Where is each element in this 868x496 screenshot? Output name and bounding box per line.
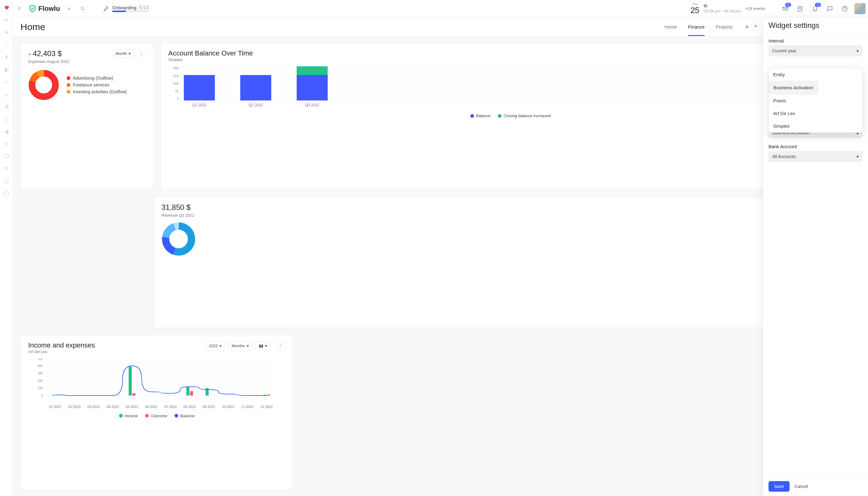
svg-point-2 [844,10,845,10]
rail-people-icon[interactable]: ⚍ [3,91,10,97]
svg-rect-24 [190,391,193,395]
expenses-legend: Advertising (Outflow)Freelance servicesI… [67,76,127,94]
date-box[interactable]: Thu 25 [691,2,699,15]
left-rail: ✔ ▾ ◌ ⬆ ◐ ▭ ⚍ ◔ ▢ ◑ ≡ ❐ ⚲ ◷ ◯ [0,0,13,496]
tab-home[interactable]: Home [665,18,677,36]
bell-icon[interactable]: 21 [810,3,820,14]
rail-chat-icon[interactable]: ◌ [3,42,10,48]
save-button[interactable]: Save [769,481,790,492]
income-expenses-chart: 50K40K30K20K10K0 [28,358,276,405]
menu-icon[interactable]: ≡ [14,5,24,12]
tab-add-button[interactable]: + [744,23,750,31]
income-subtitle: Art De Lex [28,350,205,354]
comment-icon[interactable] [825,3,835,14]
svg-text:50K: 50K [37,358,43,360]
widget-settings-panel: ✕ Widget settings Interval Current year▾… [763,17,868,496]
topbar: ≡ Flowlu Onboarding 5/13 Thu 25 t [13,0,868,17]
help-icon[interactable] [839,3,850,14]
onboarding-progress-bar [112,11,149,12]
note-icon[interactable] [795,3,805,14]
balance-subtitle: Simplex [168,57,837,62]
cancel-button[interactable]: Cancel [794,484,808,489]
rail-copy-icon[interactable]: ❐ [3,153,10,159]
balance-title: Account Balance Over Time [168,49,837,57]
event-time: 03:34 pm - 04:34 pm [704,9,741,14]
svg-rect-21 [129,367,132,396]
drag-handle-icon[interactable]: ⠿ [276,341,285,351]
legend-item: Freelance services [67,82,127,88]
rail-box-icon[interactable]: ▢ [3,116,10,122]
rail-ring-icon[interactable]: ◯ [3,190,10,197]
entity-option[interactable]: Simplex [769,120,862,133]
bank-label: Bank Account [769,144,863,149]
brand-logo[interactable]: Flowlu [29,5,60,13]
logo-shield-icon [29,5,36,13]
svg-rect-22 [133,393,136,395]
rail-doc-icon[interactable]: ▭ [3,79,10,85]
entity-option[interactable]: Pravis [769,94,862,107]
rail-pin-icon[interactable]: ⚲ [3,166,10,172]
svg-text:30K: 30K [37,372,43,375]
chevron-down-icon: ▾ [247,343,249,348]
tab-projects[interactable]: Projects [716,18,732,36]
rail-tag-icon[interactable]: ◑ [3,128,10,135]
rail-heart-icon[interactable] [3,4,10,11]
add-icon[interactable] [64,4,74,13]
more-events-link[interactable]: +16 events [745,6,765,11]
search-icon[interactable] [78,4,88,13]
income-title: Income and expenses [28,341,205,350]
brand-name: Flowlu [38,5,60,13]
rail-circle-icon[interactable]: ◐ [3,66,10,73]
bar-chart-icon: ▮▮ [259,343,263,348]
income-year-select[interactable]: 2022 ▾ [205,341,225,351]
legend-item: Advertising (Outflow) [67,76,127,81]
rail-gauge-icon[interactable]: ◷ [3,178,10,184]
income-expenses-card: Income and expenses Art De Lex 2022 ▾ Mo… [20,335,293,490]
chevron-down-icon: ▾ [265,343,267,348]
avatar[interactable] [854,3,866,14]
close-panel-button[interactable]: ✕ [751,22,760,30]
balance-legend: BalanceClosing balance increased [168,113,853,118]
interval-select[interactable]: Current year▾ [769,45,863,57]
dashboard-content: - 42,403 $ Expenses August 2022 Month▾ ⠿… [13,36,868,496]
page-title: Home [20,22,653,32]
svg-rect-27 [267,394,270,396]
chevron-down-icon: ▾ [856,154,859,159]
income-period-select[interactable]: Months ▾ [228,341,252,351]
rail-user-icon[interactable]: ◔ [3,104,10,110]
drag-handle-icon[interactable]: ⠿ [137,49,146,59]
rail-check-icon[interactable]: ✔ [3,17,10,23]
next-event[interactable]: th 03:34 pm - 04:34 pm [704,3,741,13]
expenses-period-select[interactable]: Month▾ [112,49,134,58]
date-day: 25 [691,6,699,15]
income-chart-type-select[interactable]: ▮▮ ▾ [255,341,270,351]
onboarding-label: Onboarding [112,5,136,10]
expenses-subtitle: Expenses August 2022 [28,59,112,64]
svg-text:0: 0 [41,394,43,398]
revenue-card: 31,850 $ Revenue Q3 2022 [154,197,861,328]
chevron-down-icon: ▾ [856,48,859,53]
svg-text:40K: 40K [37,364,43,368]
expenses-card: - 42,403 $ Expenses August 2022 Month▾ ⠿… [20,43,154,190]
event-title: th [704,3,741,9]
interval-label: Interval [769,38,863,43]
inbox-icon[interactable]: 10 [780,3,790,14]
income-legend: IncomeOutcomeBalance [28,414,285,418]
rail-funnel-icon[interactable]: ▾ [3,29,10,35]
revenue-subtitle: Revenue Q3 2022 [161,213,853,218]
svg-point-0 [81,7,84,10]
rail-list-icon[interactable]: ≡ [3,141,10,147]
inbox-badge: 10 [785,3,791,7]
balance-card: Account Balance Over Time Simplex 2022 2… [160,43,861,190]
expenses-donut-chart [28,69,59,100]
svg-point-33 [170,231,187,247]
tab-finance[interactable]: Finance [688,18,704,36]
entity-option[interactable]: Art De Lex [769,107,862,120]
svg-text:20K: 20K [37,379,43,383]
bank-select[interactable]: All Accounts▾ [769,151,863,162]
rail-upload-icon[interactable]: ⬆ [3,54,10,60]
onboarding-progress-text: 5/13 [139,5,149,10]
entity-option[interactable]: Business Activation [769,81,818,94]
onboarding-widget[interactable]: Onboarding 5/13 [102,5,149,12]
entity-option[interactable]: Entity [769,68,862,81]
